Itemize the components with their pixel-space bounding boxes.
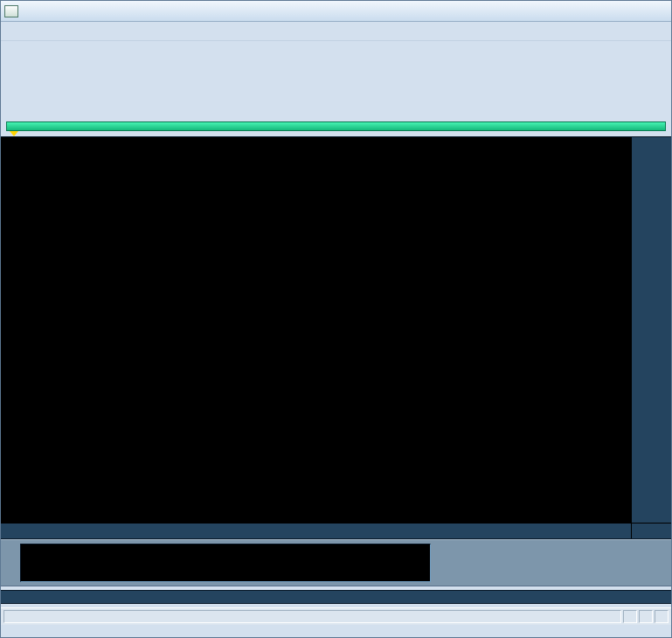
menu-bar — [1, 22, 671, 41]
status-message — [3, 610, 621, 623]
status-free-space — [655, 610, 669, 623]
cursor-marker[interactable] — [10, 131, 18, 136]
transport-panel — [1, 539, 671, 586]
app-window — [0, 0, 672, 638]
time-display — [20, 544, 431, 582]
title-bar[interactable] — [1, 1, 671, 22]
level-meter[interactable] — [1, 590, 671, 604]
status-length — [639, 610, 653, 623]
overview-bar-wrap — [1, 120, 671, 136]
waveform-plot[interactable] — [1, 137, 631, 523]
timeline-corner — [631, 523, 671, 538]
status-bar — [1, 607, 671, 625]
window-bottom-edge — [1, 625, 671, 637]
toolbar-row-1 — [1, 41, 671, 67]
waveform-region — [1, 136, 671, 539]
timeline-ruler[interactable] — [1, 523, 631, 538]
overview-scrollbar[interactable] — [6, 121, 666, 131]
toolbar-row-3 — [1, 94, 671, 120]
amplitude-ruler[interactable] — [631, 137, 671, 523]
app-icon — [4, 5, 18, 17]
waveform-canvas[interactable] — [1, 137, 631, 523]
status-format — [623, 610, 637, 623]
toolbar-row-2 — [1, 67, 671, 94]
